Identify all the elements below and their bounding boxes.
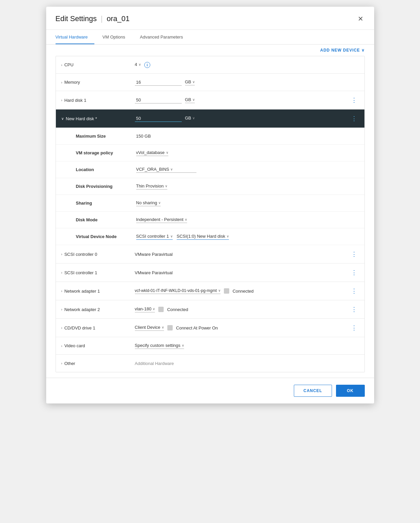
disk-mode-control: Independent - Persistent ∨	[136, 217, 187, 223]
memory-unit-select[interactable]: GB ∨	[185, 79, 195, 85]
vdn-disk-chevron: ∨	[227, 234, 229, 238]
vdn-controller-value: SCSI controller 1	[136, 234, 169, 239]
cpu-label-text: CPU	[64, 62, 73, 67]
network-1-more-button[interactable]	[349, 287, 359, 295]
scsi-1-label: › SCSI controller 1	[61, 270, 135, 275]
content-area: › CPU 4 ∨ i › Memory	[46, 56, 374, 372]
cpu-info-icon[interactable]: i	[144, 62, 150, 68]
new-hard-disk-expand-icon[interactable]: ∨	[61, 117, 64, 121]
network-2-network-value: vlan-180	[135, 306, 152, 311]
scsi-controller-1-row: › SCSI controller 1 VMware Paravirtual	[56, 264, 364, 282]
cd-dvd-connect-toggle[interactable]	[167, 325, 173, 330]
memory-row: › Memory GB ∨	[56, 74, 364, 91]
storage-policy-chevron: ∨	[166, 151, 168, 154]
network-1-network-value: vcf-wkld-01-IT-INF-WKLD-01-vds-01-pg-mgm…	[135, 288, 217, 293]
storage-policy-control: vVol_database ∨	[136, 150, 168, 156]
vdn-label: Virtual Device Node	[76, 234, 136, 239]
new-hard-disk-more-button[interactable]	[349, 114, 359, 123]
video-card-settings-select[interactable]: Specify custom settings ∨	[135, 343, 184, 349]
other-expand-icon[interactable]: ›	[61, 361, 63, 365]
cpu-label: › CPU	[61, 62, 135, 67]
disk-provisioning-label: Disk Provisioning	[76, 184, 136, 189]
cd-dvd-expand-icon[interactable]: ›	[61, 326, 63, 330]
sharing-label: Sharing	[76, 201, 136, 206]
other-value: Additional Hardware	[135, 361, 174, 366]
sharing-select[interactable]: No sharing ∨	[136, 200, 161, 206]
new-hard-disk-controls: GB ∨	[135, 115, 349, 122]
memory-unit-chevron: ∨	[192, 80, 195, 84]
scsi-1-value: VMware Paravirtual	[135, 270, 173, 275]
location-row: Location VCF_ORA_BINS ∨	[56, 161, 364, 178]
network-2-expand-icon[interactable]: ›	[61, 307, 63, 311]
network-1-label-text: Network adapter 1	[64, 289, 100, 294]
scsi-controller-0-row: › SCSI controller 0 VMware Paravirtual	[56, 245, 364, 264]
location-chevron: ∨	[170, 167, 173, 171]
tab-bar: Virtual Hardware VM Options Advanced Par…	[46, 30, 374, 45]
tab-virtual-hardware[interactable]: Virtual Hardware	[56, 30, 95, 44]
title-divider: |	[101, 14, 103, 23]
hard-disk-1-unit-chevron: ∨	[192, 98, 195, 101]
hard-disk-1-more-button[interactable]	[349, 96, 359, 104]
network-2-connected-toggle[interactable]	[158, 307, 164, 312]
cd-dvd-connect-label: Connect At Power On	[176, 325, 218, 330]
network-1-controls: vcf-wkld-01-IT-INF-WKLD-01-vds-01-pg-mgm…	[135, 288, 349, 294]
hard-disk-1-unit-select[interactable]: GB ∨	[185, 97, 195, 103]
memory-expand-icon[interactable]: ›	[61, 80, 63, 84]
scsi-0-expand-icon[interactable]: ›	[61, 252, 63, 256]
dialog-header: Edit Settings | ora_01 ✕	[46, 7, 374, 30]
other-label-text: Other	[64, 361, 75, 366]
cd-dvd-device-select[interactable]: Client Device ∨	[135, 325, 164, 331]
new-hard-disk-unit-select[interactable]: GB ∨	[185, 116, 195, 122]
cpu-value-select[interactable]: 4 ∨	[135, 62, 141, 68]
add-device-label: ADD NEW DEVICE	[320, 48, 360, 53]
sharing-control: No sharing ∨	[136, 200, 161, 206]
ok-button[interactable]: OK	[336, 385, 365, 397]
video-card-settings-chevron: ∨	[182, 344, 184, 347]
network-1-expand-icon[interactable]: ›	[61, 289, 63, 293]
scsi-1-more-button[interactable]	[349, 268, 359, 277]
storage-policy-label: VM storage policy	[76, 150, 136, 155]
cd-dvd-row: › CD/DVD drive 1 Client Device ∨ Connect…	[56, 319, 364, 337]
network-2-network-select[interactable]: vlan-180 ∨	[135, 306, 155, 312]
cpu-value: 4	[135, 62, 137, 67]
cpu-expand-icon[interactable]: ›	[61, 63, 63, 67]
network-1-network-select[interactable]: vcf-wkld-01-IT-INF-WKLD-01-vds-01-pg-mgm…	[135, 288, 221, 294]
disk-provisioning-value: Thin Provision	[136, 183, 164, 189]
close-button[interactable]: ✕	[356, 13, 365, 24]
network-2-connected-label: Connected	[167, 307, 188, 312]
vdn-disk-select[interactable]: SCSI(1:0) New Hard disk ∨	[177, 234, 229, 240]
disk-provisioning-select[interactable]: Thin Provision ∨	[136, 183, 167, 190]
disk-mode-select[interactable]: Independent - Persistent ∨	[136, 217, 187, 223]
dialog-subtitle: ora_01	[107, 14, 130, 23]
storage-policy-select[interactable]: vVol_database ∨	[136, 150, 168, 156]
tab-advanced-parameters[interactable]: Advanced Parameters	[140, 30, 190, 44]
scsi-1-more-icon	[351, 269, 357, 276]
add-new-device-button[interactable]: ADD NEW DEVICE ∨	[320, 48, 365, 53]
edit-settings-dialog: Edit Settings | ora_01 ✕ Virtual Hardwar…	[46, 7, 374, 403]
video-card-settings-value: Specify custom settings	[135, 343, 181, 348]
hard-disk-1-row: › Hard disk 1 GB ∨	[56, 91, 364, 109]
scsi-1-label-text: SCSI controller 1	[64, 270, 97, 275]
hard-disk-1-expand-icon[interactable]: ›	[61, 98, 63, 102]
new-hard-disk-value-input[interactable]	[135, 115, 182, 122]
video-card-expand-icon[interactable]: ›	[61, 344, 63, 348]
network-2-network-chevron: ∨	[153, 307, 155, 311]
toolbar: ADD NEW DEVICE ∨	[46, 45, 374, 56]
hard-disk-1-value-input[interactable]	[135, 97, 182, 103]
disk-provisioning-control: Thin Provision ∨	[136, 183, 167, 190]
new-hard-disk-more-icon	[351, 115, 357, 122]
tab-vm-options[interactable]: VM Options	[102, 30, 132, 44]
vdn-controller-select[interactable]: SCSI controller 1 ∨	[136, 234, 173, 240]
cd-dvd-controls: Client Device ∨ Connect At Power On	[135, 325, 349, 331]
network-2-more-button[interactable]	[349, 305, 359, 314]
disk-provisioning-row: Disk Provisioning Thin Provision ∨	[56, 178, 364, 195]
cancel-button[interactable]: CANCEL	[294, 385, 332, 397]
disk-mode-label: Disk Mode	[76, 217, 136, 222]
location-select[interactable]: VCF_ORA_BINS ∨	[136, 167, 196, 173]
network-1-connected-toggle[interactable]	[224, 288, 229, 294]
scsi-1-expand-icon[interactable]: ›	[61, 271, 63, 275]
scsi-0-more-button[interactable]	[349, 250, 359, 258]
cd-dvd-more-button[interactable]	[349, 323, 359, 332]
other-row: › Other Additional Hardware	[56, 355, 364, 372]
memory-value-input[interactable]	[135, 79, 182, 86]
